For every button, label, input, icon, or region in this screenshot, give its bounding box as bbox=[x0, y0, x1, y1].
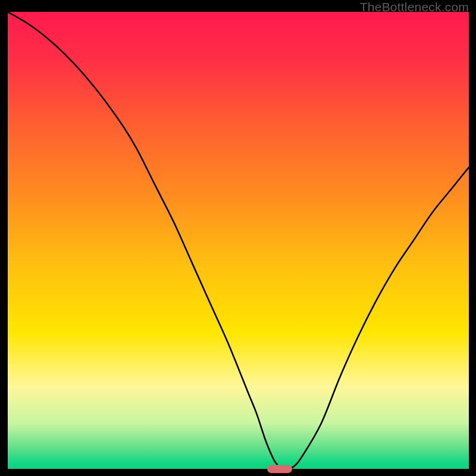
watermark-text: TheBottleneck.com bbox=[360, 0, 469, 14]
gradient-background bbox=[8, 12, 469, 469]
chart-frame bbox=[8, 12, 469, 469]
bottleneck-marker bbox=[267, 465, 292, 473]
bottleneck-plot bbox=[8, 12, 469, 469]
